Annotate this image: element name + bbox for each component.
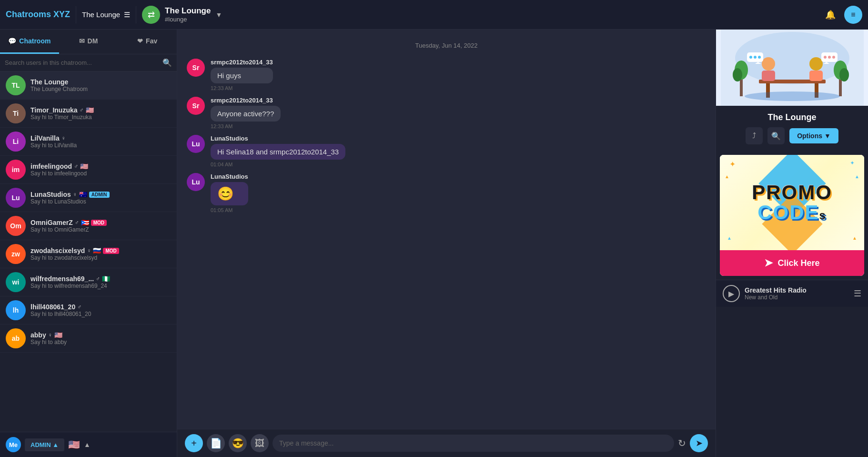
user-info: wilfredmensah69_... ♂ 🇳🇬 Say hi to wilfr… <box>30 275 171 289</box>
user-status: The Lounge Chatroom <box>30 86 171 92</box>
list-item[interactable]: Lu LunaStudios ♀ 🇦🇺 ADMIN Say hi to Luna… <box>0 184 177 212</box>
list-item[interactable]: zw zwodahscixelsyd ♀ 🇷🇺 MOD Say hi to zw… <box>0 240 177 268</box>
channel-header: ⇄ The Lounge #lounge ▼ <box>142 6 817 24</box>
tab-fav[interactable]: ❤ Fav <box>118 30 177 54</box>
svg-point-11 <box>758 56 761 59</box>
user-info: OmniGamerZ ♂ 🇵🇷 MOD Say hi to OmniGamerZ <box>30 219 171 233</box>
svg-point-16 <box>824 56 827 59</box>
sidebar-tabs: 💬 Chatroom ✉ DM ❤ Fav <box>0 30 177 54</box>
avatar: ab <box>6 328 26 348</box>
tab-chatroom[interactable]: 💬 Chatroom <box>0 30 59 54</box>
list-item[interactable]: ab abby ♀ 🇺🇸 Say hi to abby <box>0 325 177 353</box>
avatar: wi <box>6 272 26 292</box>
message-row: Sr srmpc2012to2014_33 Anyone active??? 1… <box>187 97 706 129</box>
media-button[interactable]: 🖼 <box>251 434 269 452</box>
svg-point-9 <box>749 56 752 59</box>
chatroom-icon: 💬 <box>8 37 16 45</box>
tab-dm[interactable]: ✉ DM <box>59 30 118 54</box>
radio-menu-button[interactable]: ☰ <box>854 288 861 299</box>
my-flag: 🇺🇸 <box>68 439 80 450</box>
nav-channel-list-icon[interactable]: ☰ <box>124 10 130 19</box>
message-input[interactable] <box>273 435 674 452</box>
msg-time: 12:33 AM <box>211 85 273 91</box>
illustration-svg <box>721 30 864 106</box>
nav-right: 🔔 ≡ <box>822 6 862 24</box>
gender-icon: ♀ <box>73 191 77 198</box>
msg-avatar: Sr <box>187 59 205 77</box>
channel-avatar[interactable]: ⇄ <box>142 6 160 24</box>
notification-btn[interactable]: 🔔 <box>822 7 838 23</box>
list-item[interactable]: Li LilVanilla ♀ Say hi to LilVanilla <box>0 128 177 156</box>
chat-input-bar: + 📄 😎 🖼 ↻ ➤ <box>177 429 716 457</box>
send-button[interactable]: ➤ <box>690 434 708 452</box>
user-name: The Lounge <box>30 78 68 86</box>
mod-badge: MOD <box>103 248 119 254</box>
user-info: abby ♀ 🇺🇸 Say hi to abby <box>30 331 171 345</box>
add-button[interactable]: + <box>185 434 203 452</box>
gender-icon: ♂ <box>74 163 78 170</box>
list-item[interactable]: lh lhill408061_20 ♂ Say hi to lhill40806… <box>0 296 177 325</box>
admin-badge: ADMIN <box>89 192 110 198</box>
flag-icon: 🇦🇺 <box>79 191 87 198</box>
user-info: LunaStudios ♀ 🇦🇺 ADMIN Say hi to LunaStu… <box>30 191 171 205</box>
flag-button[interactable]: 🇺🇸 <box>68 439 80 450</box>
dm-tab-label: DM <box>88 37 98 45</box>
refresh-button[interactable]: ↻ <box>678 437 686 449</box>
search-button[interactable]: 🔍 <box>162 58 172 67</box>
promo-line3: s <box>819 210 826 221</box>
click-here-button[interactable]: ➤ Click Here <box>720 250 864 276</box>
msg-avatar: Sr <box>187 97 205 115</box>
promo-image: ✦ ✦ ▲ ▲ ▲ ▲ PROMO CODEs <box>720 155 864 250</box>
search-bar: 🔍 <box>0 54 177 71</box>
up-button[interactable]: ▲ <box>84 441 91 448</box>
channel-dropdown-arrow[interactable]: ▼ <box>215 11 222 19</box>
user-avatar-btn[interactable]: ≡ <box>844 6 862 24</box>
user-info: zwodahscixelsyd ♀ 🇷🇺 MOD Say hi to zwoda… <box>30 247 171 261</box>
gender-icon: ♂ <box>75 219 79 226</box>
doc-button[interactable]: 📄 <box>207 434 225 452</box>
list-item[interactable]: wi wilfredmensah69_... ♂ 🇳🇬 Say hi to wi… <box>0 268 177 296</box>
msg-content: LunaStudios Hi Selina18 and srmpc2012to2… <box>211 135 345 167</box>
svg-rect-13 <box>809 71 823 81</box>
gender-icon: ♂ <box>80 107 84 113</box>
message-row: Sr srmpc2012to2014_33 Hi guys 12:33 AM <box>187 59 706 91</box>
nav-channel[interactable]: The Lounge ☰ <box>82 10 130 19</box>
user-info: Timor_Inuzuka ♂ 🇺🇸 Say hi to Timor_Inuzu… <box>30 106 171 121</box>
mod-badge: MOD <box>91 220 107 226</box>
msg-bubble: Anyone active??? <box>211 106 281 122</box>
avatar: Lu <box>6 188 26 208</box>
flag-icon: 🇵🇷 <box>81 219 89 226</box>
avatar: im <box>6 160 26 180</box>
svg-point-18 <box>832 56 835 59</box>
chat-area: Tuesday, Jun 14, 2022 Sr srmpc2012to2014… <box>177 30 716 457</box>
room-search-button[interactable]: 🔍 <box>767 127 785 144</box>
user-status: Say hi to abby <box>30 339 171 345</box>
msg-bubble: Hi guys <box>211 68 273 83</box>
options-button[interactable]: Options ▼ <box>789 128 838 143</box>
list-item[interactable]: Ti Timor_Inuzuka ♂ 🇺🇸 Say hi to Timor_In… <box>0 100 177 128</box>
msg-content: srmpc2012to2014_33 Anyone active??? 12:3… <box>211 97 281 129</box>
nav-channel-name: The Lounge <box>82 10 120 19</box>
msg-username: LunaStudios <box>211 135 345 142</box>
user-status: Say hi to LilVanilla <box>30 142 171 149</box>
search-input[interactable] <box>5 59 159 66</box>
flag-icon: 🇺🇸 <box>80 162 88 170</box>
message-row: Lu LunaStudios Hi Selina18 and srmpc2012… <box>187 135 706 167</box>
user-status: Say hi to LunaStudios <box>30 198 171 205</box>
radio-play-button[interactable]: ▶ <box>723 285 740 302</box>
list-item[interactable]: TL The Lounge The Lounge Chatroom <box>0 71 177 100</box>
top-navbar: Chatrooms XYZ The Lounge ☰ ⇄ The Lounge … <box>0 0 868 30</box>
user-status: Say hi to zwodahscixelsyd <box>30 254 171 261</box>
nav-divider-2 <box>136 6 136 23</box>
list-item[interactable]: Om OmniGamerZ ♂ 🇵🇷 MOD Say hi to OmniGam… <box>0 212 177 240</box>
user-name: Timor_Inuzuka <box>30 106 78 114</box>
promo-banner[interactable]: ✦ ✦ ▲ ▲ ▲ ▲ PROMO CODEs ➤ <box>720 155 864 276</box>
emoji-button[interactable]: 😎 <box>229 434 247 452</box>
gender-icon: ♂ <box>96 275 100 282</box>
list-item[interactable]: im imfeelingood ♂ 🇺🇸 Say hi to imfeeling… <box>0 156 177 184</box>
admin-button[interactable]: ADMIN ▲ <box>25 438 64 451</box>
share-button[interactable]: ⤴ <box>746 127 763 144</box>
fav-icon: ❤ <box>137 37 143 45</box>
avatar: Om <box>6 216 26 236</box>
options-arrow: ▼ <box>824 132 831 140</box>
